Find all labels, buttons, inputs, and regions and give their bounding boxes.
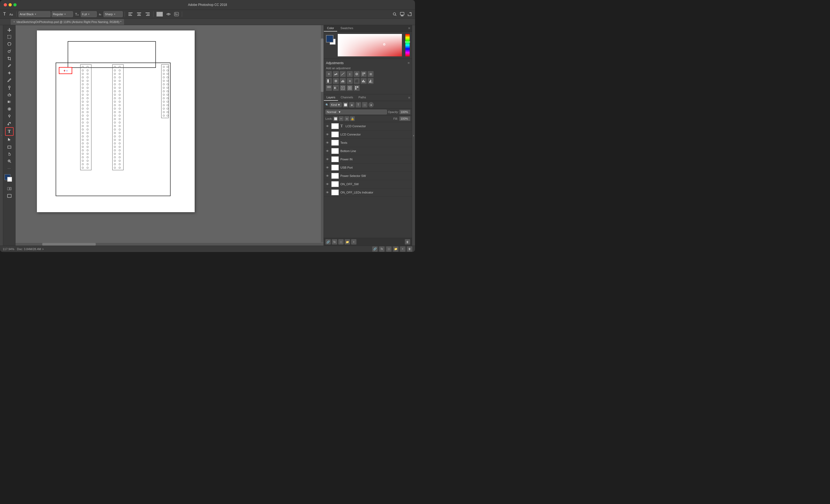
plus-button[interactable]: + <box>64 69 66 73</box>
layer-item[interactable]: 👁Bottom Line <box>324 147 412 155</box>
posterize-adj[interactable] <box>361 78 366 84</box>
layer-visibility-toggle[interactable]: 👁 <box>326 125 330 128</box>
background-color-swatch[interactable] <box>7 177 12 182</box>
path-selection-tool[interactable] <box>6 136 13 143</box>
color-lookup-adj[interactable]: ≋ <box>347 78 353 84</box>
layer-visibility-toggle[interactable]: 👁 <box>326 166 330 169</box>
layer-visibility-toggle[interactable]: 👁 <box>326 158 330 161</box>
hsl-adj[interactable] <box>361 71 366 77</box>
levels-adj[interactable] <box>333 71 339 77</box>
filter-shape-button[interactable]: □ <box>362 102 368 107</box>
gradient-map-adj[interactable] <box>333 85 339 91</box>
minimize-button[interactable] <box>8 3 12 6</box>
threshold-adj[interactable] <box>368 78 374 84</box>
character-options-button[interactable]: Aa <box>8 11 14 17</box>
color-balance-adj[interactable]: ⊞ <box>368 71 374 77</box>
tab-swatches[interactable]: Swatches <box>337 25 356 32</box>
vertical-scrollbar[interactable] <box>321 25 324 242</box>
tab-paths[interactable]: Paths <box>356 94 369 101</box>
font-size-dropdown[interactable]: 6 pt ▼ <box>81 11 97 17</box>
healing-brush-tool[interactable] <box>6 69 13 76</box>
align-center-button[interactable] <box>135 11 143 17</box>
tab-channels[interactable]: Channels <box>338 94 356 101</box>
layer-item[interactable]: 👁Power Selector SW <box>324 172 412 180</box>
share-button[interactable] <box>407 11 413 17</box>
minus-button[interactable]: - <box>66 69 67 73</box>
lock-artboard-button[interactable]: ⊕ <box>344 116 349 121</box>
layer-item[interactable]: 👁USB Port <box>324 164 412 172</box>
layer-item[interactable]: 👁LCD Connector <box>324 130 412 139</box>
delete-layer-button[interactable]: 🗑 <box>405 239 410 244</box>
adjustments-menu[interactable]: ≡ <box>408 61 410 65</box>
dodge-tool[interactable] <box>6 113 13 120</box>
link-layers-button[interactable]: 🔗 <box>325 239 331 244</box>
text-color-swatch[interactable] <box>155 11 164 17</box>
marquee-tool[interactable] <box>6 33 13 40</box>
warp-text-button[interactable] <box>165 11 172 17</box>
align-left-button[interactable] <box>127 11 134 17</box>
invert-adj[interactable]: ⬛ <box>354 78 360 84</box>
layer-item[interactable]: 👁Power IN <box>324 155 412 164</box>
bw-adj[interactable] <box>326 78 332 84</box>
curves-adj[interactable] <box>340 71 346 77</box>
crop-tool[interactable] <box>6 55 13 62</box>
lasso-tool[interactable] <box>6 41 13 47</box>
align-right-button[interactable] <box>144 11 151 17</box>
filter-smartobj-button[interactable]: ● <box>369 102 374 107</box>
photo-filter-adj[interactable] <box>333 78 339 84</box>
layer-visibility-toggle[interactable]: 👁 <box>326 174 330 177</box>
tab-layers[interactable]: Layers <box>324 94 338 101</box>
character-paragraph-panel-button[interactable] <box>173 11 180 17</box>
foreground-background-color[interactable] <box>4 174 14 184</box>
eraser-tool[interactable] <box>6 91 13 98</box>
opacity-input[interactable] <box>400 110 410 114</box>
layer-visibility-toggle[interactable]: 👁 <box>326 141 330 144</box>
bottom-add-button[interactable]: + <box>400 246 405 252</box>
filter-adjust-button[interactable]: ◈ <box>349 102 355 107</box>
collapse-right-panel[interactable]: › <box>412 25 415 245</box>
fill-input[interactable] <box>400 116 410 121</box>
lock-pixels-button[interactable]: ⬜ <box>333 116 338 121</box>
maximize-button[interactable] <box>13 3 17 6</box>
layer-item[interactable]: 👁Texts <box>324 139 412 147</box>
pattern-fill-adj[interactable] <box>354 85 360 91</box>
close-button[interactable] <box>4 3 7 6</box>
pen-tool[interactable] <box>6 120 13 127</box>
brightness-contrast-adj[interactable]: ☀ <box>326 71 332 77</box>
antialiasing-dropdown[interactable]: Sharp ▼ <box>103 11 123 17</box>
filter-pixel-button[interactable]: ⬜ <box>343 102 348 107</box>
shape-tool[interactable] <box>6 143 13 150</box>
gradient-fill-adj[interactable] <box>347 85 353 91</box>
clone-stamp-tool[interactable] <box>6 84 13 91</box>
quick-selection-tool[interactable] <box>6 48 13 55</box>
selective-color-adj[interactable] <box>326 85 332 91</box>
lock-position-button[interactable]: ✏ <box>339 116 344 121</box>
exposure-adj[interactable]: ± <box>347 71 353 77</box>
layer-visibility-toggle[interactable]: 👁 <box>326 182 330 186</box>
hand-tool[interactable] <box>6 150 13 158</box>
add-layer-style-button[interactable]: fx <box>332 239 337 244</box>
fg-color-display[interactable] <box>326 35 333 42</box>
add-mask-button[interactable]: □ <box>338 239 344 244</box>
create-layer-button[interactable]: + <box>351 239 356 244</box>
channel-mixer-adj[interactable] <box>340 78 346 84</box>
font-family-dropdown[interactable]: Arial Black ▼ <box>19 11 51 17</box>
more-tools-button[interactable]: ··· <box>6 165 13 172</box>
layer-item[interactable]: 👁ON_OFF_SW <box>324 180 412 189</box>
search-button[interactable] <box>391 11 398 17</box>
layer-visibility-toggle[interactable]: 👁 <box>326 191 330 194</box>
bottom-folder-button[interactable]: 📁 <box>393 246 398 252</box>
bottom-link-button[interactable]: 🔗 <box>372 246 378 252</box>
horizontal-scrollbar[interactable] <box>15 243 324 245</box>
quick-mask-button[interactable] <box>6 185 13 192</box>
bottom-fx-button[interactable]: fx <box>379 246 385 252</box>
move-tool[interactable] <box>6 26 13 33</box>
tab-close[interactable]: × <box>13 20 15 23</box>
layer-visibility-toggle[interactable]: 👁 <box>326 133 330 136</box>
color-spectrum[interactable] <box>338 34 402 56</box>
gradient-tool[interactable] <box>6 98 13 105</box>
blend-mode-dropdown[interactable]: Normal ▼ <box>325 109 387 114</box>
bottom-trash-button[interactable]: 🗑 <box>407 246 412 252</box>
brush-tool[interactable] <box>6 77 13 83</box>
document-tab[interactable]: × IdeaSketchingOnPhotoshop.psd @ 118% (A… <box>11 19 124 25</box>
